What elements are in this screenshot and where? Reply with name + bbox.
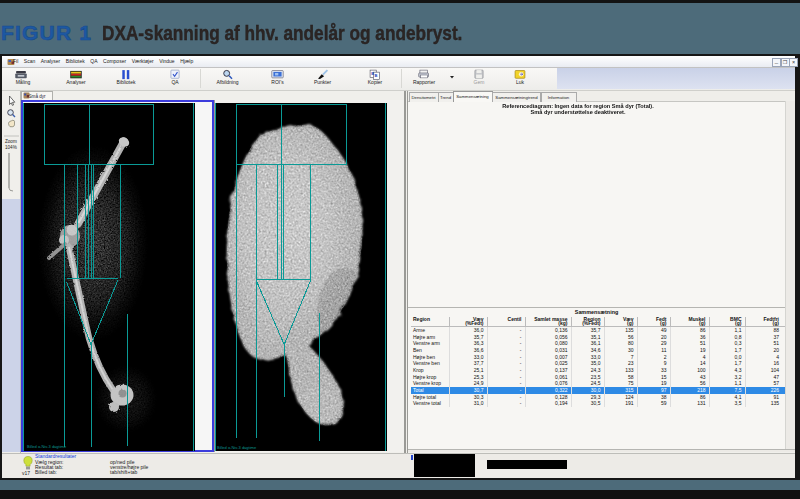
svg-text:Billed o-Niv-3 dagtime: Billed o-Niv-3 dagtime bbox=[27, 444, 67, 449]
svg-text:104%: 104% bbox=[5, 144, 17, 149]
svg-text:Billed o-Niv-3 dagtime: Billed o-Niv-3 dagtime bbox=[217, 445, 257, 450]
svg-text:Zoom: Zoom bbox=[5, 139, 17, 144]
svg-text:B: B bbox=[375, 73, 378, 78]
